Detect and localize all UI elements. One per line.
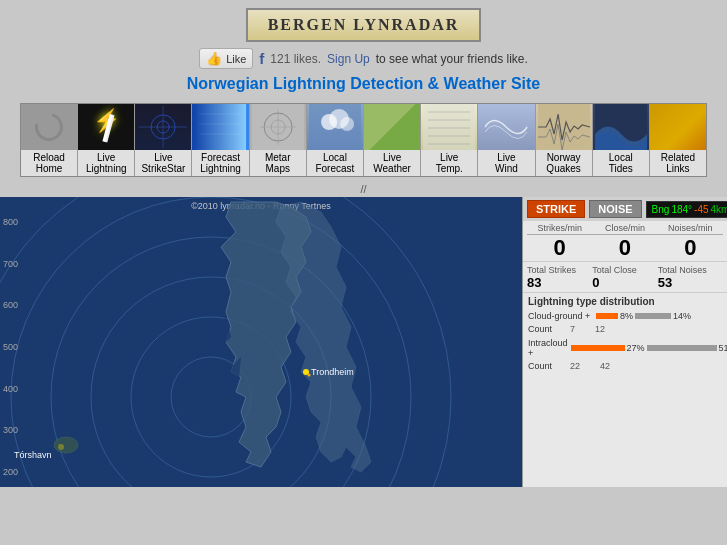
svg-rect-4 <box>195 104 247 150</box>
nav-bar: ReloadHome ⚡ LiveLightning LiveStrikeSta… <box>20 103 707 177</box>
nav-item-metar[interactable]: MetarMaps <box>250 104 307 176</box>
nav-item-wind[interactable]: LiveWind <box>478 104 535 176</box>
total-strikes: Total Strikes 83 <box>527 265 592 290</box>
total-close: Total Close 0 <box>592 265 657 290</box>
stat-strikes-min-value: 0 <box>527 237 592 259</box>
nav-item-strikemap[interactable]: LiveStrikeStar <box>135 104 192 176</box>
nav-thumb-lightning: ⚡ <box>78 104 134 150</box>
stat-strikes-min-label: Strikes/min <box>527 223 592 235</box>
bng-display: Bng 184° -45 4km <box>646 201 727 218</box>
total-close-label: Total Close <box>592 265 657 275</box>
fb-count: 121 likes. <box>270 52 321 66</box>
svg-text:Tórshavn: Tórshavn <box>14 450 52 460</box>
bng-val1: -45 <box>694 204 708 215</box>
nav-item-reload[interactable]: ReloadHome <box>21 104 78 176</box>
dist-bar-ic-orange <box>571 345 625 351</box>
svg-rect-17 <box>423 104 475 150</box>
dist-pct-ic-orange: 27% <box>627 343 645 353</box>
nav-label-temp: LiveTemp. <box>421 150 477 176</box>
nav-thumb-reload <box>21 104 77 150</box>
dist-title: Lightning type distribution <box>528 296 722 307</box>
nav-label-wind: LiveWind <box>478 150 534 176</box>
strike-button[interactable]: STRIKE <box>527 200 585 218</box>
temp-svg <box>421 104 477 150</box>
fb-like-label: Like <box>226 53 246 65</box>
site-heading: Norwegian Lightning Detection & Weather … <box>0 75 727 93</box>
total-strikes-value: 83 <box>527 275 592 290</box>
map-svg: Trondheim Tórshavn <box>0 197 522 487</box>
total-noises-value: 53 <box>658 275 723 290</box>
top-section: BERGEN LYNRADAR 👍 Like f 121 likes. Sign… <box>0 0 727 103</box>
site-title-banner: BERGEN LYNRADAR <box>246 8 482 42</box>
count-label-cg: Count <box>528 324 570 334</box>
bng-label: Bng <box>652 204 670 215</box>
nav-item-local-forecast[interactable]: LocalForecast <box>307 104 364 176</box>
nav-label-quakes: NorwayQuakes <box>536 150 592 176</box>
dist-label-cg: Cloud-ground + <box>528 311 593 321</box>
nav-label-tides: LocalTides <box>593 150 649 176</box>
nav-thumb-temp <box>421 104 477 150</box>
dist-label-ic: Intracloud + <box>528 338 568 358</box>
dist-count-cg: Count 7 12 <box>528 324 722 334</box>
count-vals-cg: 7 12 <box>570 324 605 334</box>
nav-thumb-quakes <box>536 104 592 150</box>
fb-signup-link[interactable]: Sign Up <box>327 52 370 66</box>
count-vals-ic: 22 42 <box>570 361 610 371</box>
total-stats: Total Strikes 83 Total Close 0 Total Noi… <box>523 262 727 293</box>
dist-bars-cg: 8% 14% <box>596 311 722 321</box>
count-cg-2: 12 <box>595 324 605 334</box>
svg-point-33 <box>308 374 311 377</box>
total-strikes-label: Total Strikes <box>527 265 592 275</box>
nav-thumb-metar <box>250 104 306 150</box>
stat-close-min-label: Close/min <box>592 223 657 235</box>
count-label-ic: Count <box>528 361 570 371</box>
nav-item-quakes[interactable]: NorwayQuakes <box>536 104 593 176</box>
nav-item-related-links[interactable]: RelatedLinks <box>650 104 706 176</box>
total-close-value: 0 <box>592 275 657 290</box>
nav-thumb-tides <box>593 104 649 150</box>
nav-item-temp[interactable]: LiveTemp. <box>421 104 478 176</box>
distribution-section: Lightning type distribution Cloud-ground… <box>523 293 727 378</box>
main-content: ©2010 lynradar.no - Ronny Tertnes 800 70… <box>0 197 727 487</box>
dist-count-ic: Count 22 42 <box>528 361 722 371</box>
site-title: BERGEN LYNRADAR <box>268 16 460 33</box>
nav-item-tides[interactable]: LocalTides <box>593 104 650 176</box>
nav-thumb-strikemap <box>135 104 191 150</box>
nav-label-rellinks: RelatedLinks <box>650 150 706 176</box>
stat-noises-min: Noises/min 0 <box>658 223 723 259</box>
count-ic-1: 22 <box>570 361 580 371</box>
nav-thumb-rellinks <box>650 104 706 150</box>
bng-val2: 4km <box>711 204 727 215</box>
forecast-svg <box>192 104 248 150</box>
nav-label-forecast: ForecastLightning <box>192 150 248 176</box>
wind-svg <box>478 104 534 150</box>
nav-thumb-wind <box>478 104 534 150</box>
tides-svg <box>593 104 649 150</box>
dist-bar-cg-gray <box>635 313 671 319</box>
stat-noises-min-value: 0 <box>658 237 723 259</box>
total-noises: Total Noises 53 <box>658 265 723 290</box>
map-area: ©2010 lynradar.no - Ronny Tertnes 800 70… <box>0 197 522 487</box>
count-ic-2: 42 <box>600 361 610 371</box>
noise-button[interactable]: NOISE <box>589 200 641 218</box>
local-svg <box>307 104 363 150</box>
svg-text:Trondheim: Trondheim <box>311 367 354 377</box>
stat-close-min-value: 0 <box>592 237 657 259</box>
bng-degree: 184° <box>671 204 692 215</box>
svg-point-36 <box>54 437 78 453</box>
fb-like-button[interactable]: 👍 Like <box>199 48 253 69</box>
dist-row-cloud-ground: Cloud-ground + 8% 14% <box>528 311 722 321</box>
nav-item-forecast-lightning[interactable]: ForecastLightning <box>192 104 249 176</box>
lightning-bolt-icon: ⚡ <box>93 108 120 134</box>
dist-row-intracloud: Intracloud + 27% 51% <box>528 338 722 358</box>
nav-item-live-lightning[interactable]: ⚡ LiveLightning <box>78 104 135 176</box>
dist-bars-ic: 27% 51% <box>571 343 727 353</box>
nav-item-weather[interactable]: LiveWeather <box>364 104 421 176</box>
count-cg-1: 7 <box>570 324 575 334</box>
fb-thumb-icon: 👍 <box>206 51 222 66</box>
nav-label-weather: LiveWeather <box>364 150 420 176</box>
nav-label-local: LocalForecast <box>307 150 363 176</box>
stat-strikes-min: Strikes/min 0 <box>527 223 592 259</box>
stat-noises-min-label: Noises/min <box>658 223 723 235</box>
nav-thumb-weather <box>364 104 420 150</box>
